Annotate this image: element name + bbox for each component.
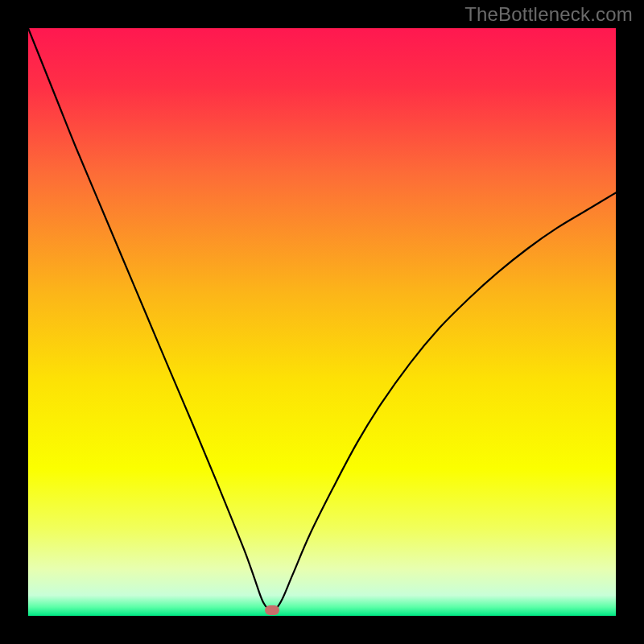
chart-frame: TheBottleneck.com xyxy=(0,0,644,644)
minimum-marker xyxy=(265,605,279,615)
bottleneck-curve xyxy=(28,28,616,616)
plot-area xyxy=(28,28,616,616)
watermark-text: TheBottleneck.com xyxy=(464,3,633,26)
